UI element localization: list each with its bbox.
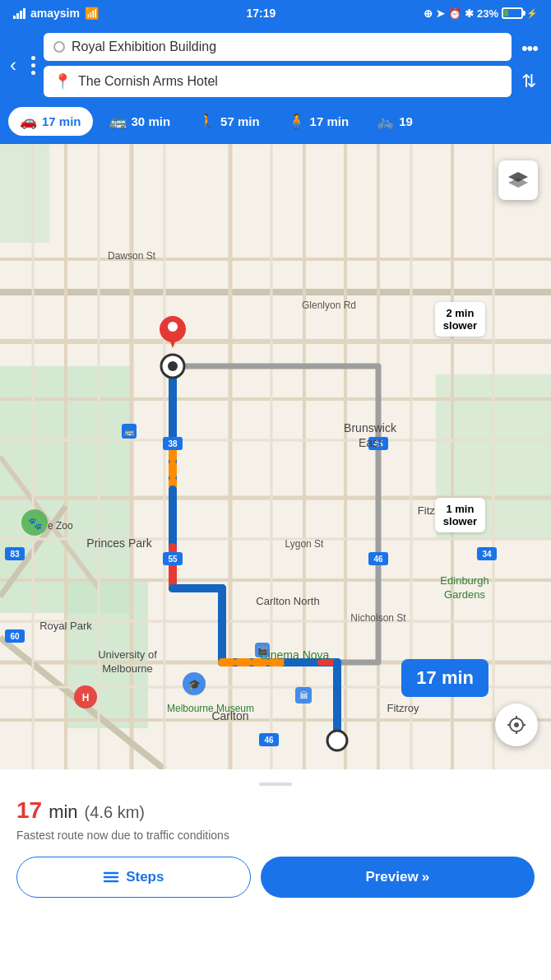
slower-2-line2: slower	[443, 515, 477, 527]
svg-text:55: 55	[168, 555, 178, 564]
battery-percent: 23%	[477, 7, 498, 20]
svg-text:Dawson St: Dawson St	[108, 250, 156, 262]
svg-text:🎓: 🎓	[188, 678, 201, 690]
svg-point-89	[514, 722, 519, 727]
destination-text: The Cornish Arms Hotel	[78, 74, 218, 89]
nav-row: ‹ Royal Exhibition Building 📍 The Cornis…	[10, 33, 541, 97]
transit-time: 30 min	[132, 114, 171, 128]
svg-rect-3	[0, 144, 49, 243]
status-time: 17:19	[247, 7, 276, 20]
layer-button[interactable]	[498, 160, 538, 200]
tab-car[interactable]: 🚗 17 min	[8, 107, 93, 136]
tab-bike[interactable]: 🚲 19	[365, 107, 424, 136]
locate-button[interactable]	[495, 704, 538, 746]
route-time: 17	[16, 797, 42, 824]
dot-1	[31, 56, 35, 60]
back-button[interactable]: ‹	[10, 50, 23, 80]
svg-text:Edinburgh: Edinburgh	[440, 574, 488, 587]
map-area[interactable]: 38 55 45 46 46 60 83 34 🚌 🎓 H 🏛 🎬 Dawson	[0, 144, 551, 769]
svg-text:Glenlyon Rd: Glenlyon Rd	[302, 300, 356, 311]
steps-button[interactable]: Steps	[16, 857, 251, 898]
alarm-icon: ⏰	[448, 7, 461, 20]
origin-text: Royal Exhibition Building	[72, 39, 216, 54]
more-options-button[interactable]: •••	[518, 35, 541, 63]
status-left: amaysim 📶	[13, 7, 99, 20]
tab-transit[interactable]: 🚌 30 min	[98, 107, 183, 136]
dot-3	[31, 71, 35, 75]
svg-text:46: 46	[264, 736, 274, 745]
svg-text:34: 34	[482, 550, 492, 559]
svg-text:Carlton North: Carlton North	[256, 595, 319, 607]
svg-text:Melbourne Museum: Melbourne Museum	[167, 703, 254, 714]
svg-text:East: East	[359, 436, 382, 449]
svg-text:46: 46	[373, 555, 383, 564]
bike-icon: 🚲	[377, 113, 394, 130]
slower-1-line2: slower	[443, 319, 477, 332]
walk-time: 57 min	[220, 114, 260, 128]
signal-bars-icon	[13, 8, 25, 19]
svg-text:Lygon St: Lygon St	[285, 538, 325, 550]
svg-text:Gardens: Gardens	[444, 588, 485, 601]
svg-text:83: 83	[10, 550, 20, 559]
route-summary: 17 min (4.6 km)	[16, 797, 535, 824]
svg-text:Nicholson St: Nicholson St	[350, 612, 406, 624]
origin-circle-icon	[53, 41, 65, 53]
action-buttons: Steps Preview »	[16, 857, 535, 898]
wifi-icon: 📶	[85, 7, 99, 20]
preview-arrows: »	[422, 869, 429, 885]
svg-text:🏛: 🏛	[299, 690, 308, 700]
svg-text:Brunswick: Brunswick	[344, 421, 397, 434]
origin-input[interactable]: Royal Exhibition Building	[44, 33, 512, 61]
destination-pin-icon: 📍	[53, 72, 72, 91]
svg-point-84	[168, 322, 178, 332]
svg-marker-87	[508, 178, 528, 188]
location-icon: ⊕	[424, 7, 433, 20]
svg-point-81	[168, 361, 178, 371]
route-time-badge: 17 min	[401, 659, 488, 697]
transit-icon: 🚌	[109, 113, 127, 130]
preview-button[interactable]: Preview »	[261, 857, 535, 898]
navigation-icon: ➤	[436, 7, 445, 20]
car-time: 17 min	[42, 114, 81, 128]
drag-handle[interactable]	[259, 783, 292, 786]
svg-text:University of: University of	[98, 648, 157, 661]
cycle-time: 17 min	[310, 114, 350, 128]
svg-text:Princes Park: Princes Park	[86, 536, 152, 550]
slower-badge-1: 2 min slower	[435, 302, 485, 337]
svg-text:60: 60	[10, 632, 20, 641]
route-unit: min	[49, 801, 77, 823]
tab-cycle[interactable]: 🧍 17 min	[276, 107, 361, 136]
svg-text:Cinema Nova: Cinema Nova	[260, 648, 330, 662]
bluetooth-icon: ✱	[465, 7, 474, 20]
svg-text:38: 38	[168, 439, 178, 448]
svg-point-85	[327, 731, 347, 750]
walk-icon: 🚶	[198, 113, 215, 130]
status-bar: amaysim 📶 17:19 ⊕ ➤ ⏰ ✱ 23% ⚡	[0, 0, 551, 26]
car-icon: 🚗	[20, 113, 37, 130]
battery-icon	[502, 7, 523, 19]
bottom-panel: 17 min (4.6 km) Fastest route now due to…	[0, 769, 551, 917]
svg-text:🐾: 🐾	[28, 517, 43, 531]
steps-icon	[103, 871, 119, 884]
destination-input[interactable]: 📍 The Cornish Arms Hotel	[44, 66, 512, 97]
swap-direction-button[interactable]: ⇅	[518, 67, 541, 95]
carrier-label: amaysim	[30, 7, 80, 20]
waypoint-dots	[31, 56, 35, 75]
route-note: Fastest route now due to traffic conditi…	[16, 829, 535, 842]
dot-2	[31, 63, 35, 67]
svg-text:🚌: 🚌	[124, 426, 135, 437]
tab-walk[interactable]: 🚶 57 min	[187, 107, 271, 136]
bike-time: 19	[399, 114, 413, 128]
svg-text:Royal Park: Royal Park	[39, 620, 92, 632]
svg-text:e Zoo: e Zoo	[48, 520, 73, 532]
charging-icon: ⚡	[526, 8, 538, 19]
slower-1-line1: 2 min	[443, 307, 477, 319]
preview-label: Preview	[365, 869, 418, 885]
svg-text:H: H	[82, 692, 90, 704]
svg-text:Melbourne: Melbourne	[102, 662, 152, 675]
route-distance: (4.6 km)	[85, 803, 145, 822]
transport-tabs: 🚗 17 min 🚌 30 min 🚶 57 min 🧍 17 min 🚲 19	[0, 102, 551, 144]
slower-2-line1: 1 min	[443, 503, 477, 515]
status-right: ⊕ ➤ ⏰ ✱ 23% ⚡	[424, 7, 538, 20]
route-inputs: Royal Exhibition Building 📍 The Cornish …	[44, 33, 512, 97]
